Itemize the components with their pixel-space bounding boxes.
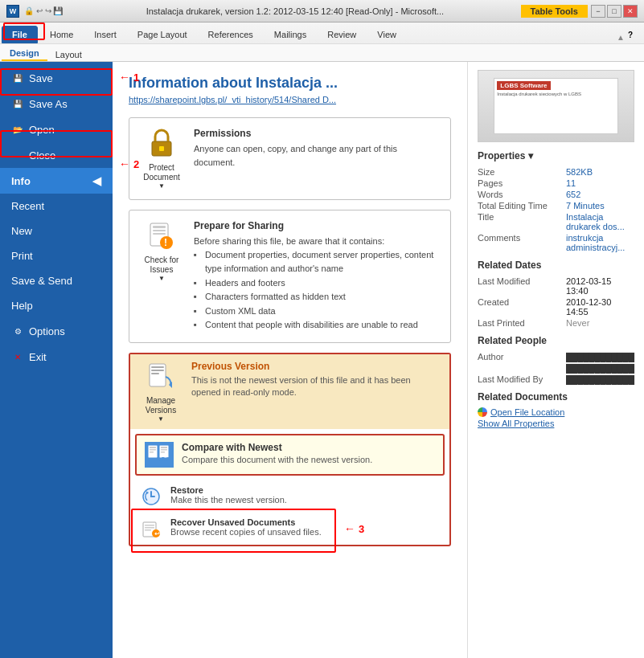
sidebar-item-recent[interactable]: Recent — [0, 194, 113, 219]
window-title: Instalacja drukarek, version 1.2: 2012-0… — [69, 6, 520, 16]
sidebar-item-save[interactable]: 💾 Save — [0, 65, 113, 91]
related-docs-title: Related Documents — [478, 391, 634, 403]
tab-view[interactable]: View — [367, 26, 407, 43]
list-item: Characters formatted as hidden text — [194, 290, 439, 304]
app-window: W 🔒 ↩ ↪ 💾 Instalacja drukarek, version 1… — [0, 0, 644, 658]
restore-item: Restore Make this the newest version. — [130, 480, 449, 513]
list-item: Custom XML data — [194, 304, 439, 319]
sidebar-item-exit[interactable]: ✕ Exit — [0, 344, 113, 370]
secondary-tab-layout[interactable]: Layout — [47, 48, 90, 61]
svg-rect-3 — [153, 226, 166, 228]
previous-version-desc: This is not the newest version of this f… — [191, 374, 440, 399]
prop-row-editing-time: Total Editing Time 7 Minutes — [478, 200, 634, 211]
chrome-icon — [478, 407, 487, 417]
recover-content: Recover Unsaved Documents Browse recent … — [170, 517, 322, 537]
restore-title: Restore — [170, 485, 287, 495]
window-controls: − □ ✕ — [591, 5, 638, 18]
compare-title: Compare with Newest — [182, 442, 372, 453]
sidebar-item-print[interactable]: Print — [0, 243, 113, 268]
related-people-title: Related People — [478, 335, 634, 346]
show-all-properties-link[interactable]: Show All Properties — [478, 419, 634, 428]
manage-versions-button[interactable]: ManageVersions ▼ — [140, 361, 182, 423]
info-title: Information about Instalacja ... — [129, 75, 451, 92]
tab-file[interactable]: File — [2, 26, 38, 43]
ribbon: File Home Insert Page Layout References … — [0, 22, 644, 62]
sidebar-item-save-send[interactable]: Save & Send — [0, 268, 113, 293]
date-row-created: Created 2010-12-30 14:55 — [478, 296, 634, 317]
preview-text: Instalacja drukarek sieciowych w LGBS — [497, 92, 614, 98]
manage-versions-icon — [146, 361, 175, 393]
svg-rect-4 — [153, 230, 166, 231]
lock-icon — [147, 128, 176, 160]
sidebar-item-options[interactable]: ⚙ Options — [0, 318, 113, 344]
permissions-desc: Anyone can open, copy, and change any pa… — [194, 142, 439, 169]
exit-icon: ✕ — [11, 350, 24, 363]
sidebar-item-help[interactable]: Help — [0, 293, 113, 318]
word-icon: W — [6, 5, 19, 18]
check-issues-label: Check forIssues — [145, 255, 179, 275]
close-button[interactable]: ✕ — [623, 5, 638, 18]
svg-rect-10 — [151, 370, 164, 371]
tab-home[interactable]: Home — [39, 26, 84, 43]
secondary-tab-design[interactable]: Design — [2, 47, 47, 61]
svg-rect-20 — [161, 452, 165, 453]
check-issues-button[interactable]: ! Check forIssues ▼ — [141, 220, 183, 282]
svg-text:1.8: 1.8 — [162, 456, 170, 462]
protect-dropdown-icon: ▼ — [158, 182, 165, 190]
svg-rect-18 — [161, 447, 167, 448]
permissions-card: ProtectDocument ▼ Permissions Anyone can… — [129, 117, 451, 200]
minimize-button[interactable]: − — [591, 5, 605, 18]
tab-mailings[interactable]: Mailings — [264, 26, 317, 43]
restore-content: Restore Make this the newest version. — [170, 485, 287, 505]
people-row-author: Author ████████████ — [478, 351, 634, 362]
tab-references[interactable]: References — [198, 26, 264, 43]
protect-label: ProtectDocument — [143, 163, 180, 182]
prop-row-size: Size 582KB — [478, 166, 634, 178]
sidebar-item-open[interactable]: 📂 Open — [0, 116, 113, 142]
prop-row-pages: Pages 11 — [478, 178, 634, 189]
prop-row-words: Words 652 — [478, 189, 634, 200]
info-url[interactable]: https://sharepoint.lgbs.pl/_vti_history/… — [129, 95, 451, 104]
open-file-location-label: Open File Location — [490, 407, 564, 417]
manage-versions-label: ManageVersions — [146, 396, 176, 415]
title-bar: W 🔒 ↩ ↪ 💾 Instalacja drukarek, version 1… — [0, 0, 644, 22]
svg-rect-14 — [150, 447, 156, 448]
preview-inner: LGBS Software Instalacja drukarek siecio… — [494, 78, 617, 134]
protect-document-button[interactable]: ProtectDocument ▼ — [141, 128, 183, 190]
sidebar-item-new[interactable]: New — [0, 219, 113, 243]
tab-page-layout[interactable]: Page Layout — [127, 26, 198, 43]
svg-rect-5 — [153, 233, 166, 235]
ribbon-secondary-tabs: Design Layout — [0, 43, 644, 61]
manage-dropdown-icon: ▼ — [158, 415, 164, 423]
options-icon: ⚙ — [11, 325, 24, 337]
people-table: Author ████████████ ████████████ Last Mo… — [478, 351, 634, 385]
author2-redacted: ████████████ — [566, 364, 634, 373]
tab-review[interactable]: Review — [317, 26, 367, 43]
previous-version-content: Previous Version This is not the newest … — [191, 361, 440, 399]
info-panel: Information about Instalacja ... https:/… — [113, 62, 467, 658]
restore-button[interactable]: □ — [607, 5, 621, 18]
sidebar-item-info[interactable]: Info ◀ — [0, 168, 113, 194]
svg-rect-9 — [151, 366, 164, 368]
save-icon: 💾 — [11, 72, 24, 84]
properties-section-title: Properties ▾ — [478, 150, 634, 161]
author-redacted: ████████████ — [566, 353, 634, 362]
document-preview: LGBS Software Instalacja drukarek siecio… — [478, 70, 634, 142]
people-row-author2: ████████████ — [478, 362, 634, 374]
ribbon-tabs: File Home Insert Page Layout References … — [0, 22, 644, 43]
prop-row-comments: Comments instrukcja administracyj... — [478, 232, 634, 253]
open-file-location-link[interactable]: Open File Location — [478, 407, 634, 417]
preview-logo: LGBS Software — [497, 81, 550, 90]
sidebar-item-close[interactable]: Close — [0, 142, 113, 168]
svg-rect-27 — [145, 527, 154, 529]
permissions-content: Permissions Anyone can open, copy, and c… — [194, 128, 439, 169]
sidebar: 💾 Save 💾 Save As 📂 Open Close Info ◀ Rec… — [0, 62, 113, 658]
sidebar-item-save-as[interactable]: 💾 Save As — [0, 91, 113, 116]
restore-desc: Make this the newest version. — [170, 495, 287, 505]
previous-version-title: Previous Version — [191, 361, 440, 372]
tab-insert[interactable]: Insert — [84, 26, 127, 43]
help-button[interactable]: ? — [628, 31, 642, 43]
compare-desc: Compare this document with the newest ve… — [182, 455, 372, 464]
recover-item: ↩ Recover Unsaved Documents Browse recen… — [130, 513, 449, 545]
prepare-sharing-desc: Before sharing this file, be aware that … — [194, 235, 439, 248]
